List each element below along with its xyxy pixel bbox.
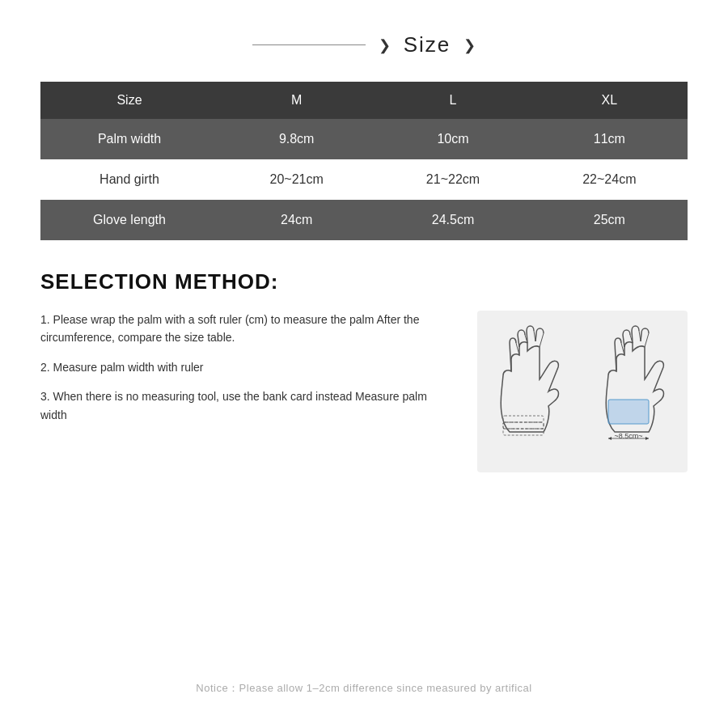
row-l-hand-girth: 21~22cm — [375, 159, 531, 200]
row-xl-palm-width: 11cm — [531, 119, 688, 159]
table-row: Palm width 9.8cm 10cm 11cm — [40, 119, 688, 159]
selection-step-2: 2. Measure palm width with ruler — [40, 358, 453, 376]
row-xl-glove-length: 25cm — [531, 200, 688, 240]
table-row: Glove length 24cm 24.5cm 25cm — [40, 200, 688, 240]
selection-section: SELECTION METHOD: 1. Please wrap the pal… — [40, 269, 688, 472]
col-header-xl: XL — [531, 82, 688, 119]
row-label-glove-length: Glove length — [40, 200, 218, 240]
header: ❯ Size ❯ — [40, 32, 688, 57]
svg-line-0 — [510, 343, 511, 371]
row-l-glove-length: 24.5cm — [375, 200, 531, 240]
header-line-left — [252, 44, 366, 45]
col-header-size: Size — [40, 82, 218, 119]
col-header-l: L — [375, 82, 531, 119]
notice-text: Notice：Please allow 1–2cm difference sin… — [40, 665, 688, 696]
svg-rect-8 — [503, 422, 544, 429]
selection-title: SELECTION METHOD: — [40, 269, 688, 294]
glove-svg: ~8.5cm~ — [485, 319, 679, 464]
svg-line-17 — [641, 333, 641, 341]
col-header-m: M — [218, 82, 375, 119]
svg-line-7 — [540, 333, 544, 347]
chevron-down-left-icon[interactable]: ❯ — [379, 36, 391, 54]
row-xl-hand-girth: 22~24cm — [531, 159, 688, 200]
selection-content: 1. Please wrap the palm with a soft rule… — [40, 311, 688, 472]
glove-illustration: ~8.5cm~ — [477, 311, 688, 472]
row-m-glove-length: 24cm — [218, 200, 375, 240]
svg-rect-19 — [608, 400, 649, 424]
chevron-down-right-icon[interactable]: ❯ — [463, 36, 476, 54]
row-m-palm-width: 9.8cm — [218, 119, 375, 159]
left-glove — [501, 326, 558, 435]
svg-marker-22 — [608, 437, 612, 440]
row-m-hand-girth: 20~21cm — [218, 159, 375, 200]
page-title: Size — [404, 32, 451, 57]
row-l-palm-width: 10cm — [375, 119, 531, 159]
svg-text:~8.5cm~: ~8.5cm~ — [614, 432, 642, 440]
svg-line-6 — [535, 333, 536, 341]
svg-line-13 — [623, 335, 624, 347]
svg-marker-23 — [645, 437, 649, 440]
selection-text: 1. Please wrap the palm with a soft rule… — [40, 311, 453, 435]
row-label-palm-width: Palm width — [40, 119, 218, 159]
svg-line-18 — [645, 333, 649, 347]
svg-line-11 — [615, 343, 616, 371]
row-label-hand-girth: Hand girth — [40, 159, 218, 200]
svg-line-2 — [518, 335, 519, 347]
right-glove: ~8.5cm~ — [606, 326, 663, 440]
svg-line-4 — [527, 331, 527, 343]
selection-step-3: 3. When there is no measuring tool, use … — [40, 387, 453, 424]
svg-line-15 — [632, 331, 633, 343]
svg-rect-9 — [503, 416, 544, 422]
size-table: Size M L XL Palm width 9.8cm 10cm 11cm H… — [40, 82, 688, 240]
table-row: Hand girth 20~21cm 21~22cm 22~24cm — [40, 159, 688, 200]
selection-step-1: 1. Please wrap the palm with a soft rule… — [40, 311, 453, 347]
